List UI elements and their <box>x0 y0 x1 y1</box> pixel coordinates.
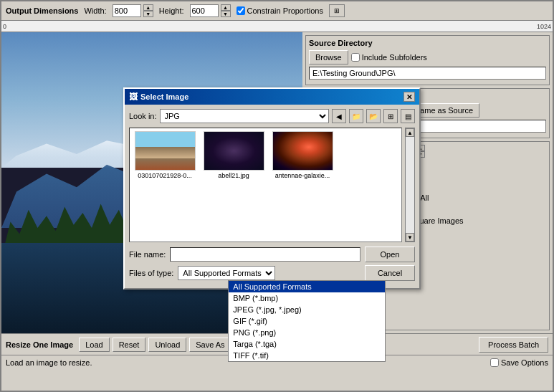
dropdown-item-3[interactable]: GIF (*.gif) <box>229 315 385 327</box>
nav-view2-btn[interactable]: ▤ <box>401 109 415 123</box>
thumb-galaxy-img <box>273 132 333 170</box>
open-btn[interactable]: Open <box>365 247 415 262</box>
dropdown-item-6[interactable]: TIFF (*.tif) <box>229 350 385 361</box>
lookin-bar: Look in: JPG ◀ 📁 📂 ⊞ ▤ <box>129 109 415 123</box>
scroll-down-btn[interactable]: ▼ <box>406 233 414 242</box>
filename-label: File name: <box>129 250 166 259</box>
nav-view-btn[interactable]: ⊞ <box>383 109 398 123</box>
filename-row: File name: Open <box>129 247 415 262</box>
file-item-0[interactable]: 030107021928-0... <box>133 131 197 179</box>
modal-overlay: 🖼 Select Image ✕ Look in: JPG ◀ 📁 📂 ⊞ ▤ <box>1 1 553 391</box>
filetype-select[interactable]: All Supported Formats BMP (*.bmp) JPEG (… <box>178 266 275 280</box>
file-list-container: 030107021928-0... abell21.jpg <box>129 128 415 242</box>
dialog-titlebar: 🖼 Select Image ✕ <box>125 89 419 105</box>
nav-back-btn[interactable]: ◀ <box>332 109 346 123</box>
filetype-label: Files of type: <box>129 269 173 277</box>
file-thumb-0 <box>135 131 196 171</box>
scroll-track <box>406 137 414 233</box>
filetype-select-container: All Supported Formats BMP (*.bmp) JPEG (… <box>178 266 360 280</box>
dialog-close-btn[interactable]: ✕ <box>403 92 415 102</box>
file-name-0: 030107021928-0... <box>138 172 192 179</box>
dropdown-item-4[interactable]: PNG (*.png) <box>229 327 385 338</box>
lookin-label: Look in: <box>129 112 157 120</box>
file-thumb-1 <box>204 131 264 171</box>
filename-input[interactable] <box>170 247 360 262</box>
filetype-row: Files of type: All Supported Formats BMP… <box>129 265 415 281</box>
dialog-body: Look in: JPG ◀ 📁 📂 ⊞ ▤ <box>125 105 419 288</box>
select-image-dialog: 🖼 Select Image ✕ Look in: JPG ◀ 📁 📂 ⊞ ▤ <box>123 87 421 290</box>
file-name-1: abell21.jpg <box>218 172 249 179</box>
scroll-up-btn[interactable]: ▲ <box>406 128 414 137</box>
filetype-dropdown-list: All Supported Formats BMP (*.bmp) JPEG (… <box>228 280 386 362</box>
dropdown-item-2[interactable]: JPEG (*.jpg, *.jpeg) <box>229 304 385 315</box>
lookin-select[interactable]: JPG <box>160 109 329 123</box>
thumb-building-img <box>135 132 195 170</box>
dropdown-item-1[interactable]: BMP (*.bmp) <box>229 292 385 304</box>
file-item-2[interactable]: antennae-galaxie... <box>270 131 335 179</box>
file-list[interactable]: 030107021928-0... abell21.jpg <box>129 128 402 242</box>
nav-up-btn[interactable]: 📁 <box>349 109 363 123</box>
file-name-2: antennae-galaxie... <box>275 172 330 179</box>
dropdown-item-0[interactable]: All Supported Formats <box>229 281 385 292</box>
file-list-scrollbar[interactable]: ▲ ▼ <box>405 128 415 242</box>
dialog-title: 🖼 Select Image <box>129 92 188 102</box>
main-window: Output Dimensions Width: ▲ ▼ Height: ▲ ▼… <box>0 0 554 392</box>
file-thumb-2 <box>272 131 333 171</box>
file-item-1[interactable]: abell21.jpg <box>201 131 266 179</box>
dropdown-item-5[interactable]: Targa (*.tga) <box>229 338 385 350</box>
nav-new-folder-btn[interactable]: 📂 <box>366 109 381 123</box>
cancel-btn[interactable]: Cancel <box>365 265 415 281</box>
thumb-dark-img <box>204 132 264 170</box>
dialog-icon: 🖼 <box>129 92 138 102</box>
